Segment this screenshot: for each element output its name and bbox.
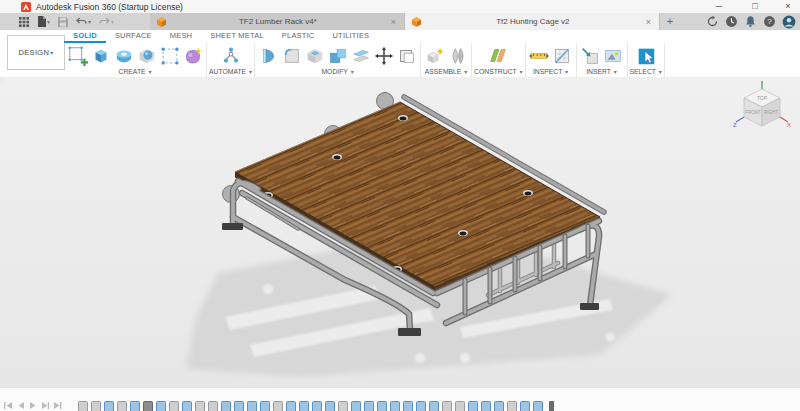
document-tab-hunting-cage[interactable]: Tf2 Hunting Cage v2 × bbox=[405, 13, 660, 30]
notifications-bell-icon[interactable] bbox=[744, 15, 757, 28]
ribbon-groups: CREATE ▾ bbox=[64, 43, 665, 77]
timeline-feature-icon[interactable] bbox=[520, 401, 530, 411]
tab-solid[interactable]: SOLID bbox=[64, 30, 106, 43]
timeline-feature-icon[interactable] bbox=[247, 401, 257, 411]
model-viewport[interactable]: TOP FRONT RIGHT Z X bbox=[0, 77, 800, 387]
tab-sheet-metal[interactable]: SHEET METAL bbox=[201, 30, 273, 43]
measure-tool[interactable] bbox=[528, 44, 551, 68]
document-tab-lumber-rack[interactable]: TF2 Lumber Rack v4* × bbox=[150, 13, 405, 30]
minimize-button[interactable]: ─ bbox=[706, 0, 732, 13]
timeline-feature-icon[interactable] bbox=[442, 401, 452, 411]
timeline-feature-icon[interactable] bbox=[416, 401, 426, 411]
timeline-feature-icon[interactable] bbox=[169, 401, 179, 411]
document-cube-icon bbox=[156, 16, 167, 28]
file-menu-button[interactable]: ▾ bbox=[34, 14, 53, 29]
timeline-feature-icon[interactable] bbox=[507, 401, 517, 411]
timeline-feature-icon[interactable] bbox=[351, 401, 361, 411]
tab-plastic[interactable]: PLASTIC bbox=[273, 30, 324, 43]
pattern-tool[interactable] bbox=[158, 44, 181, 68]
timeline-feature-icon[interactable] bbox=[299, 401, 309, 411]
workspace-selector[interactable]: DESIGN ▾ bbox=[7, 35, 65, 70]
timeline-feature-icon[interactable] bbox=[234, 401, 244, 411]
undo-button[interactable]: ▾ bbox=[73, 14, 94, 29]
section-analysis-tool[interactable] bbox=[551, 44, 574, 68]
sync-status-icon[interactable] bbox=[706, 15, 719, 28]
app-grid-button[interactable] bbox=[16, 14, 32, 29]
timeline-feature-icon[interactable] bbox=[325, 401, 335, 411]
group-label-inspect[interactable]: INSPECT ▾ bbox=[533, 68, 568, 76]
shell-tool[interactable] bbox=[303, 44, 326, 68]
timeline-features bbox=[78, 401, 543, 411]
timeline-feature-icon[interactable] bbox=[364, 401, 374, 411]
timeline-feature-icon[interactable] bbox=[130, 401, 140, 411]
tab-mesh[interactable]: MESH bbox=[161, 30, 201, 43]
extrude-tool[interactable] bbox=[89, 44, 112, 68]
tab-utilities[interactable]: UTILITIES bbox=[324, 30, 379, 43]
timeline-feature-icon[interactable] bbox=[312, 401, 322, 411]
timeline-feature-icon[interactable] bbox=[104, 401, 114, 411]
save-button[interactable] bbox=[55, 14, 71, 29]
construct-plane-tool[interactable] bbox=[485, 44, 511, 68]
create-form-tool[interactable] bbox=[181, 44, 204, 68]
press-pull-icon bbox=[258, 45, 280, 67]
timeline-feature-icon[interactable] bbox=[481, 401, 491, 411]
timeline-feature-icon[interactable] bbox=[143, 401, 153, 411]
timeline-feature-icon[interactable] bbox=[195, 401, 205, 411]
new-component-tool[interactable] bbox=[423, 44, 446, 68]
group-label-automate[interactable]: AUTOMATE ▾ bbox=[209, 68, 252, 76]
maximize-button[interactable]: □ bbox=[742, 0, 768, 13]
press-pull-tool[interactable] bbox=[257, 44, 280, 68]
timeline-feature-icon[interactable] bbox=[91, 401, 101, 411]
revolve-tool[interactable] bbox=[112, 44, 135, 68]
redo-button[interactable]: ▾ bbox=[96, 14, 117, 29]
timeline-feature-icon[interactable] bbox=[338, 401, 348, 411]
group-label-insert[interactable]: INSERT ▾ bbox=[586, 68, 617, 76]
timeline-feature-icon[interactable] bbox=[78, 401, 88, 411]
group-label-create[interactable]: CREATE ▾ bbox=[119, 68, 152, 76]
timeline-feature-icon[interactable] bbox=[260, 401, 270, 411]
sweep-tool[interactable] bbox=[135, 44, 158, 68]
user-avatar[interactable] bbox=[782, 15, 796, 29]
group-label-modify[interactable]: MODIFY ▾ bbox=[321, 68, 353, 76]
insert-canvas-tool[interactable] bbox=[602, 44, 625, 68]
timeline-feature-icon[interactable] bbox=[533, 401, 543, 411]
group-label-construct[interactable]: CONSTRUCT ▾ bbox=[474, 68, 522, 76]
insert-derive-tool[interactable] bbox=[579, 44, 602, 68]
automate-tool[interactable] bbox=[218, 44, 244, 68]
select-tool[interactable] bbox=[634, 44, 657, 68]
timeline-feature-icon[interactable] bbox=[273, 401, 283, 411]
help-icon[interactable]: ? bbox=[763, 15, 776, 28]
timeline-feature-icon[interactable] bbox=[494, 401, 504, 411]
group-select: SELECT ▾ bbox=[628, 43, 665, 77]
view-cube[interactable]: TOP FRONT RIGHT Z X bbox=[731, 80, 795, 140]
timeline-feature-icon[interactable] bbox=[286, 401, 296, 411]
align-tool[interactable] bbox=[395, 44, 418, 68]
joint-tool[interactable] bbox=[446, 44, 469, 68]
move-copy-tool[interactable] bbox=[372, 44, 395, 68]
group-label-assemble[interactable]: ASSEMBLE ▾ bbox=[425, 68, 468, 76]
timeline-feature-icon[interactable] bbox=[403, 401, 413, 411]
timeline-feature-icon[interactable] bbox=[455, 401, 465, 411]
split-body-tool[interactable] bbox=[349, 44, 372, 68]
timeline-feature-icon[interactable] bbox=[208, 401, 218, 411]
timeline-feature-icon[interactable] bbox=[390, 401, 400, 411]
create-sketch-tool[interactable] bbox=[66, 44, 89, 68]
close-button[interactable]: × bbox=[778, 0, 798, 13]
new-tab-button[interactable]: + bbox=[662, 13, 678, 30]
tab-close-icon[interactable]: × bbox=[644, 17, 653, 27]
tab-surface[interactable]: SURFACE bbox=[106, 30, 161, 43]
tab-close-icon[interactable]: × bbox=[389, 17, 398, 27]
timeline-feature-icon[interactable] bbox=[221, 401, 231, 411]
timeline-feature-icon[interactable] bbox=[117, 401, 127, 411]
timeline-feature-icon[interactable] bbox=[156, 401, 166, 411]
fillet-tool[interactable] bbox=[280, 44, 303, 68]
timeline-feature-icon[interactable] bbox=[429, 401, 439, 411]
job-status-icon[interactable] bbox=[725, 15, 738, 28]
timeline-feature-icon[interactable] bbox=[377, 401, 387, 411]
timeline-play-controls[interactable] bbox=[4, 401, 62, 411]
timeline-position-marker[interactable] bbox=[549, 401, 554, 411]
group-label-select[interactable]: SELECT ▾ bbox=[630, 68, 662, 76]
combine-tool[interactable] bbox=[326, 44, 349, 68]
timeline-feature-icon[interactable] bbox=[182, 401, 192, 411]
timeline-feature-icon[interactable] bbox=[468, 401, 478, 411]
